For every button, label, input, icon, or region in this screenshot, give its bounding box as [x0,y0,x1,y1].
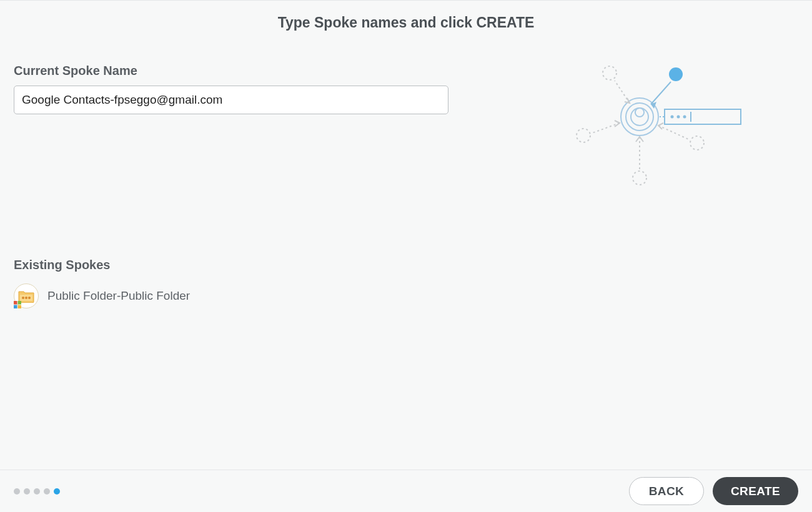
svg-point-17 [683,116,686,119]
svg-point-1 [22,297,24,299]
svg-point-20 [603,66,616,80]
public-folder-icon [14,283,39,308]
svg-point-3 [28,297,31,299]
svg-rect-14 [665,109,741,124]
page-title: Type Spoke names and click CREATE [14,14,798,31]
existing-spokes-label: Existing Spokes [14,258,798,272]
svg-rect-5 [18,301,22,305]
step-dot-3 [34,488,40,495]
step-dot-1 [14,488,20,495]
back-button[interactable]: BACK [629,477,704,505]
existing-spoke-name: Public Folder-Public Folder [47,289,190,303]
svg-point-26 [690,136,704,150]
svg-line-12 [651,82,671,104]
step-dot-4 [44,488,50,495]
svg-rect-4 [14,301,17,305]
step-indicator [14,488,60,495]
current-spoke-input[interactable] [14,86,448,114]
step-dot-2 [24,488,30,495]
svg-rect-7 [18,305,22,309]
spoke-diagram-illustration [565,49,752,187]
svg-point-24 [633,171,646,185]
svg-point-16 [677,116,680,119]
svg-rect-6 [14,305,17,309]
svg-point-22 [577,129,590,142]
svg-point-2 [25,297,27,299]
svg-point-15 [671,116,674,119]
svg-line-27 [658,126,688,139]
list-item: Public Folder-Public Folder [14,283,798,308]
step-dot-5 [54,488,60,495]
create-button[interactable]: CREATE [713,477,798,505]
svg-point-11 [669,67,683,81]
svg-line-23 [592,123,620,133]
wizard-footer: BACK CREATE [0,470,812,512]
